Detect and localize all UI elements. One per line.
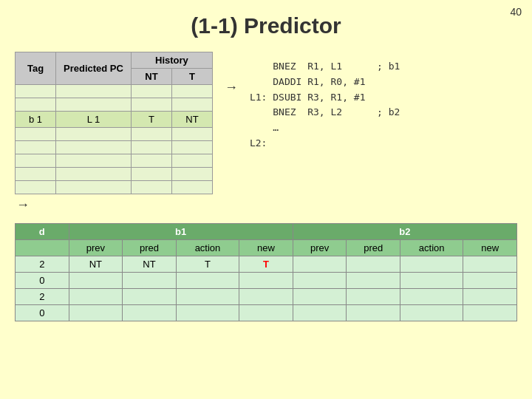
b2-pred-0 (347, 256, 400, 273)
b1-prev-1 (69, 273, 123, 289)
b1-new-1 (239, 273, 293, 289)
b2-pred-3 (347, 305, 400, 321)
b1-pred-1 (123, 273, 177, 289)
b1-action-0: T (176, 256, 239, 273)
code-line-1: BNEZ R1, L1 ; b1 (250, 59, 400, 75)
d-val-0: 2 (16, 256, 69, 273)
b1-pred-header: pred (123, 240, 177, 256)
table-row: 2 (16, 289, 517, 305)
b1-prev-2 (69, 289, 123, 305)
b2-action-1 (400, 273, 463, 289)
b2-pred-1 (347, 273, 400, 289)
col-tag-header: Tag (16, 52, 56, 85)
code-line-3: L1: DSUBI R3, R1, #1 (250, 90, 400, 106)
d-val-1: 0 (16, 273, 69, 289)
col-history-header: History (131, 52, 212, 69)
b2-prev-2 (293, 289, 347, 305)
b2-action-0 (400, 256, 463, 273)
b1-action-3 (176, 305, 239, 321)
content-area: Tag Predicted PC History NT T b 1 (0, 52, 532, 213)
table-row (16, 154, 213, 168)
b2-prev-0 (293, 256, 347, 273)
col-nt-header: NT (131, 69, 171, 85)
table-row: 0 (16, 305, 517, 321)
b1-t-val: T (131, 112, 171, 128)
b2-new-header: new (463, 240, 517, 256)
b1-tag: b 1 (16, 112, 56, 128)
b1-pred-0: NT (123, 256, 177, 273)
b1-pred-2 (123, 289, 177, 305)
b1-nt-val: NT (171, 112, 212, 128)
table-row (16, 98, 213, 112)
code-line-2: DADDI R1, R0, #1 (250, 75, 400, 90)
table-row: 2 NT NT T T (16, 256, 517, 273)
page-title: (1-1) Predictor (0, 13, 532, 38)
code-section: BNEZ R1, L1 ; b1 DADDI R1, R0, #1 L1: DS… (250, 59, 400, 151)
arrow-left-indicator: → (16, 197, 213, 213)
bottom-section: d b1 b2 prev pred action new prev pred a… (15, 223, 517, 321)
b1-new-header: new (239, 240, 293, 256)
b2-prev-1 (293, 273, 347, 289)
b2-prev-3 (293, 305, 347, 321)
d-val-3: 0 (16, 305, 69, 321)
b1-group-header: b1 (69, 224, 293, 240)
b2-new-0 (463, 256, 517, 273)
b2-action-3 (400, 305, 463, 321)
table-row-b1: b 1 L 1 T NT (16, 112, 213, 128)
b2-new-1 (463, 273, 517, 289)
table-row (16, 85, 213, 98)
b1-prev-3 (69, 305, 123, 321)
predictor-table: Tag Predicted PC History NT T b 1 (15, 52, 213, 194)
col-predicted-pc-header: Predicted PC (56, 52, 132, 85)
d-val-2: 2 (16, 289, 69, 305)
d-sub-header (16, 240, 69, 256)
b1-prev-header: prev (69, 240, 123, 256)
b2-action-2 (400, 289, 463, 305)
left-section: Tag Predicted PC History NT T b 1 (15, 52, 213, 213)
b2-pred-2 (347, 289, 400, 305)
sub-header-row: prev pred action new prev pred action ne… (16, 240, 517, 256)
table-row (16, 141, 213, 154)
group-header-row: d b1 b2 (16, 224, 517, 240)
bottom-table: d b1 b2 prev pred action new prev pred a… (15, 223, 517, 321)
b1-new-2 (239, 289, 293, 305)
b1-action-2 (176, 289, 239, 305)
b2-action-header: action (400, 240, 463, 256)
slide-number: 40 (510, 6, 522, 18)
table-row (16, 168, 213, 181)
table-row (16, 128, 213, 141)
b2-new-2 (463, 289, 517, 305)
table-row (16, 181, 213, 194)
code-line-4: BNEZ R3, L2 ; b2 (250, 105, 400, 120)
b2-new-3 (463, 305, 517, 321)
col-t-header: T (171, 69, 212, 85)
b1-pred-3 (123, 305, 177, 321)
b1-action-1 (176, 273, 239, 289)
code-line-5: … (250, 120, 400, 136)
b2-pred-header: pred (347, 240, 400, 256)
b1-predicted-pc: L 1 (56, 112, 132, 128)
table-row: 0 (16, 273, 517, 289)
b2-group-header: b2 (293, 224, 516, 240)
b1-new-0: T (239, 256, 293, 273)
b1-prev-0: NT (69, 256, 123, 273)
d-header: d (16, 224, 69, 240)
b2-prev-header: prev (293, 240, 347, 256)
b1-action-header: action (176, 240, 239, 256)
b1-new-3 (239, 305, 293, 321)
arrow-right-indicator: → (225, 80, 238, 95)
code-line-6: L2: (250, 136, 400, 151)
